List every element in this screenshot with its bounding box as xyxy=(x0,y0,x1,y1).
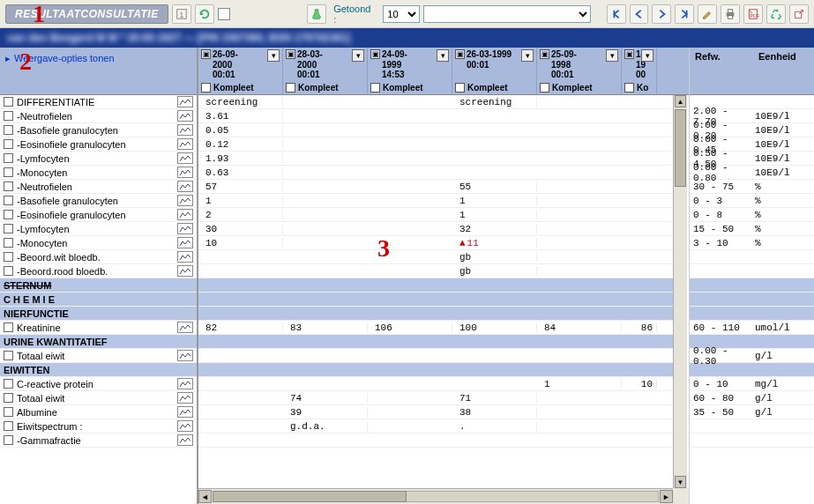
column-dropdown-button[interactable]: ▾ xyxy=(641,49,653,62)
first-page-button[interactable] xyxy=(607,4,626,24)
last-page-button[interactable] xyxy=(675,4,694,24)
expand-icon[interactable]: ▸ xyxy=(5,53,11,64)
chart-icon-button[interactable] xyxy=(177,167,193,178)
help-icon-button[interactable]: 1 xyxy=(172,4,191,24)
row-checkbox[interactable] xyxy=(4,351,13,360)
row-checkbox[interactable] xyxy=(4,153,13,163)
result-cell: 1 xyxy=(452,210,537,220)
row-checkbox[interactable] xyxy=(4,407,13,417)
horizontal-scrollbar[interactable]: ◄ ► xyxy=(198,488,673,504)
export-button[interactable] xyxy=(789,4,809,24)
result-row: 0.63 xyxy=(198,166,673,180)
column-dropdown-button[interactable]: ▾ xyxy=(267,49,280,62)
row-checkbox[interactable] xyxy=(4,238,13,248)
column-dropdown-button[interactable]: ▾ xyxy=(606,49,618,62)
column-checkbox[interactable] xyxy=(540,83,549,93)
patient-bar: van den Boogerd M M * 30-05-1927 — [PIN … xyxy=(0,28,814,48)
chart-icon-button[interactable] xyxy=(177,96,193,107)
row-checkbox[interactable] xyxy=(4,210,13,219)
column-date: 25-09-199800:01 xyxy=(551,49,577,80)
toolbar-checkbox[interactable] xyxy=(218,8,230,20)
parameter-row: -Basofiele granulocyten xyxy=(0,123,197,137)
chart-icon-button[interactable] xyxy=(177,434,193,446)
scroll-thumb[interactable] xyxy=(213,491,407,502)
chart-icon-button[interactable] xyxy=(177,420,193,432)
result-row: gb xyxy=(198,250,673,264)
vscroll-thumb[interactable] xyxy=(675,109,686,187)
refresh-button[interactable] xyxy=(195,4,214,24)
scroll-left-button[interactable]: ◄ xyxy=(198,490,212,503)
flask-icon-button[interactable] xyxy=(307,4,326,24)
row-checkbox[interactable] xyxy=(4,252,13,262)
chart-icon-button[interactable] xyxy=(177,392,193,404)
column-dropdown-button[interactable]: ▾ xyxy=(437,49,449,62)
chart-icon-button[interactable] xyxy=(177,322,193,333)
row-checkbox[interactable] xyxy=(4,97,13,107)
column-checkbox[interactable] xyxy=(201,83,211,93)
result-cell: 1 xyxy=(452,196,537,206)
print-button[interactable] xyxy=(721,4,740,24)
chart-icon-button[interactable] xyxy=(177,350,193,361)
chart-icon-button[interactable] xyxy=(177,237,193,248)
result-cell: 74 xyxy=(283,393,368,404)
chart-icon-button[interactable] xyxy=(177,265,193,277)
chart-icon-button[interactable] xyxy=(177,406,193,418)
result-cell: 38 xyxy=(452,407,537,418)
row-checkbox[interactable] xyxy=(4,379,13,389)
unit-label: % xyxy=(753,224,810,234)
row-checkbox[interactable] xyxy=(4,435,13,445)
chart-icon-button[interactable] xyxy=(177,378,193,389)
reference-value: 60 - 110 xyxy=(690,322,753,333)
chart-icon-button[interactable] xyxy=(177,152,193,164)
row-checkbox[interactable] xyxy=(4,111,13,121)
row-checkbox[interactable] xyxy=(4,266,13,276)
result-row xyxy=(198,349,673,363)
scroll-down-button[interactable]: ▼ xyxy=(675,476,686,488)
date-column-header: ▣ 26-09-200000:01 ▾ Kompleet xyxy=(198,48,283,94)
row-checkbox[interactable] xyxy=(4,167,13,177)
result-cell: 10 xyxy=(622,379,657,389)
column-status-icon: ▣ xyxy=(540,49,549,59)
chart-icon-button[interactable] xyxy=(177,195,193,206)
prev-page-button[interactable] xyxy=(630,4,649,24)
chart-icon-button[interactable] xyxy=(177,138,193,150)
column-checkbox[interactable] xyxy=(455,83,465,93)
row-checkbox[interactable] xyxy=(4,182,13,191)
scroll-up-button[interactable]: ▲ xyxy=(675,95,686,107)
row-checkbox[interactable] xyxy=(4,393,13,403)
chart-icon-button[interactable] xyxy=(177,251,193,263)
chart-icon-button[interactable] xyxy=(177,110,193,122)
next-page-button[interactable] xyxy=(652,4,671,24)
row-checkbox[interactable] xyxy=(4,421,13,431)
display-options-link[interactable]: Weergave-opties tonen xyxy=(14,53,115,63)
filter-select[interactable] xyxy=(423,5,590,23)
parameter-row: Totaal eiwit xyxy=(0,349,197,363)
unit-label: g/l xyxy=(753,351,810,361)
parameter-label: -Lymfocyten xyxy=(17,153,177,164)
row-checkbox[interactable] xyxy=(4,224,13,233)
unit-label: % xyxy=(753,182,810,192)
column-status-icon: ▣ xyxy=(455,49,465,59)
row-checkbox[interactable] xyxy=(4,125,13,135)
row-checkbox[interactable] xyxy=(4,196,13,205)
column-checkbox[interactable] xyxy=(286,83,295,93)
parameter-label: -Neutrofielen xyxy=(17,182,177,192)
row-checkbox[interactable] xyxy=(4,139,13,149)
getoond-select[interactable]: 10 xyxy=(383,5,420,23)
chart-icon-button[interactable] xyxy=(177,124,193,136)
vertical-scrollbar[interactable]: ▲ ▼ xyxy=(673,95,687,488)
result-cell: 86 xyxy=(622,322,657,333)
column-dropdown-button[interactable]: ▾ xyxy=(352,49,364,62)
column-checkbox[interactable] xyxy=(370,83,380,93)
reference-value: 0 - 10 xyxy=(690,379,753,389)
chart-icon-button[interactable] xyxy=(177,181,193,192)
column-checkbox[interactable] xyxy=(624,83,634,93)
chart-icon-button[interactable] xyxy=(177,223,193,234)
row-checkbox[interactable] xyxy=(4,322,13,332)
chart-icon-button[interactable] xyxy=(177,209,193,220)
scroll-right-button[interactable]: ► xyxy=(660,490,673,503)
write-button[interactable] xyxy=(698,4,717,24)
pdf-button[interactable]: PDF xyxy=(743,4,763,24)
column-dropdown-button[interactable]: ▾ xyxy=(521,49,534,62)
recycle-button[interactable] xyxy=(766,4,786,24)
